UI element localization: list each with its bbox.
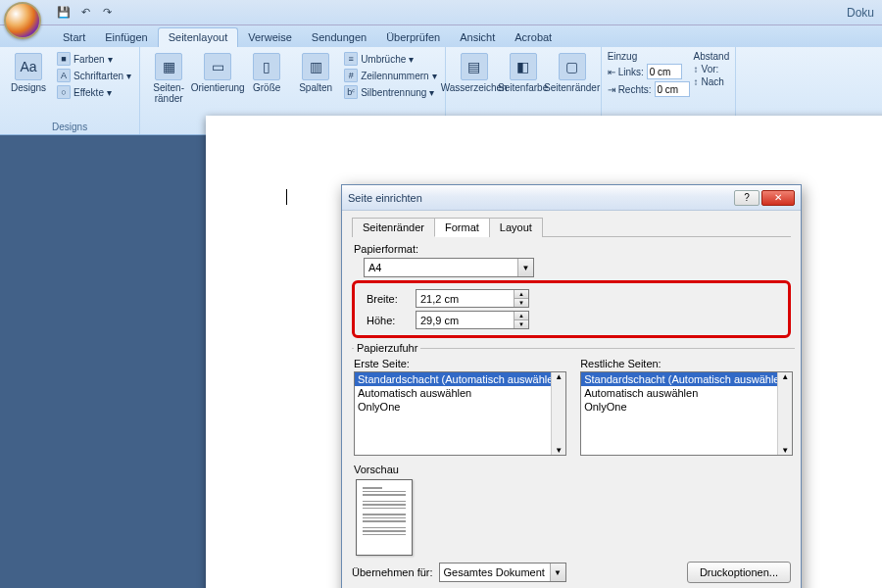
print-options-button[interactable]: Druckoptionen...: [687, 562, 791, 583]
scrollbar[interactable]: ▲▼: [777, 372, 792, 455]
margins-label: Seiten- ränder: [148, 82, 189, 104]
width-label: Breite:: [367, 293, 410, 305]
first-page-list[interactable]: Standardschacht (Automatisch auswählen) …: [354, 371, 566, 456]
paper-format-combo[interactable]: A4 ▼: [364, 258, 534, 277]
line-numbers-label: Zeilennummern: [361, 71, 428, 81]
window-title: Doku: [847, 6, 874, 20]
page-setup-dialog: Seite einrichten ? ✕ Seitenränder Format…: [341, 184, 802, 588]
colors-icon: ■: [57, 52, 71, 66]
dialog-tab-margins[interactable]: Seitenränder: [352, 218, 435, 237]
quick-access-toolbar: 💾 ↶ ↷: [55, 4, 116, 22]
columns-label: Spalten: [299, 82, 332, 93]
breaks-button[interactable]: ≡Umbrüche ▾: [342, 51, 438, 67]
other-pages-label: Restliche Seiten:: [580, 358, 793, 369]
list-item[interactable]: Standardschacht (Automatisch auswählen): [581, 372, 792, 386]
schriftarten-button[interactable]: ASchriftarten ▾: [55, 68, 133, 83]
orientation-button[interactable]: ▭Orientierung: [195, 51, 240, 95]
tab-seitenlayout[interactable]: Seitenlayout: [158, 27, 239, 47]
save-icon[interactable]: 💾: [55, 4, 73, 22]
tab-ansicht[interactable]: Ansicht: [450, 28, 505, 47]
indent-left-icon: ⇤: [608, 67, 615, 77]
effekte-label: Effekte: [74, 87, 104, 98]
hyphenation-icon: bᶜ: [344, 85, 358, 99]
dialog-close-button[interactable]: ✕: [761, 190, 795, 206]
farben-button[interactable]: ■Farben ▾: [55, 51, 133, 67]
tab-verweise[interactable]: Verweise: [238, 28, 302, 47]
list-item[interactable]: OnlyOne: [355, 400, 565, 414]
spacing-before-label: Vor:: [702, 64, 719, 74]
redo-icon[interactable]: ↷: [98, 4, 116, 22]
indent-right-icon: ⇥: [608, 84, 615, 95]
orientation-label: Orientierung: [191, 82, 245, 93]
paper-format-value: A4: [368, 262, 381, 273]
ribbon-tabs: Start Einfügen Seitenlayout Verweise Sen…: [0, 25, 882, 47]
tab-acrobat[interactable]: Acrobat: [505, 28, 562, 47]
undo-icon[interactable]: ↶: [76, 4, 94, 22]
line-numbers-button[interactable]: #Zeilennummern ▾: [342, 68, 438, 83]
page-color-label: Seitenfarbe: [498, 82, 548, 93]
columns-icon: ▥: [302, 53, 329, 80]
width-spinner[interactable]: 21,2 cm ▲▼: [416, 289, 529, 308]
page-borders-icon: ▢: [559, 53, 586, 80]
page-color-icon: ◧: [510, 53, 537, 80]
height-value: 29,9 cm: [420, 315, 459, 326]
page-borders-button[interactable]: ▢Seitenränder: [550, 51, 595, 95]
spin-down-icon[interactable]: ▼: [514, 299, 528, 307]
spin-down-icon[interactable]: ▼: [514, 320, 528, 328]
dialog-tab-layout[interactable]: Layout: [489, 218, 543, 237]
watermark-icon: ▤: [461, 53, 488, 80]
indent-left-input[interactable]: [647, 64, 682, 79]
height-spinner[interactable]: 29,9 cm ▲▼: [416, 311, 529, 329]
hyphenation-label: Silbentrennung: [361, 87, 426, 98]
list-item[interactable]: Standardschacht (Automatisch auswählen): [355, 372, 565, 386]
apply-to-label: Übernehmen für:: [352, 566, 433, 578]
dialog-tab-format[interactable]: Format: [434, 218, 490, 237]
scrollbar[interactable]: ▲▼: [551, 372, 565, 455]
other-pages-list[interactable]: Standardschacht (Automatisch auswählen) …: [580, 371, 793, 456]
dialog-title: Seite einrichten: [348, 192, 422, 204]
tab-ueberpruefen[interactable]: Überprüfen: [376, 28, 450, 47]
title-bar: 💾 ↶ ↷ Doku: [0, 0, 882, 25]
indent-right-input[interactable]: [655, 81, 690, 97]
tab-einfuegen[interactable]: Einfügen: [95, 28, 157, 47]
width-value: 21,2 cm: [420, 293, 459, 305]
indent-header: Einzug: [608, 51, 690, 62]
page-borders-label: Seitenränder: [544, 82, 600, 93]
tab-sendungen[interactable]: Sendungen: [302, 28, 376, 47]
indent-left-label: Links:: [618, 67, 644, 77]
size-button[interactable]: ▯Größe: [244, 51, 289, 95]
tab-start[interactable]: Start: [53, 28, 95, 47]
height-label: Höhe:: [367, 315, 410, 326]
hyphenation-button[interactable]: bᶜSilbentrennung ▾: [342, 84, 438, 100]
designs-icon: Aa: [15, 53, 42, 80]
list-item[interactable]: Automatisch auswählen: [581, 386, 792, 400]
margins-button[interactable]: ▦Seiten- ränder: [146, 51, 191, 106]
chevron-down-icon: ▼: [517, 259, 533, 276]
text-cursor: [286, 189, 287, 205]
columns-button[interactable]: ▥Spalten: [293, 51, 338, 95]
list-item[interactable]: Automatisch auswählen: [355, 386, 565, 400]
designs-button[interactable]: Aa Designs: [6, 51, 51, 95]
spin-up-icon[interactable]: ▲: [514, 312, 528, 320]
size-label: Größe: [253, 82, 280, 93]
spacing-before-icon: ↕: [694, 64, 699, 74]
list-item[interactable]: OnlyOne: [581, 400, 792, 414]
dialog-title-bar[interactable]: Seite einrichten ? ✕: [342, 185, 801, 211]
line-numbers-icon: #: [344, 69, 358, 82]
paper-feed-legend: Papierzufuhr: [354, 342, 420, 354]
office-button[interactable]: [4, 2, 41, 39]
apply-to-combo[interactable]: Gesamtes Dokument ▼: [439, 563, 566, 582]
first-page-label: Erste Seite:: [354, 358, 566, 369]
schriftarten-label: Schriftarten: [74, 71, 123, 81]
spin-up-icon[interactable]: ▲: [514, 290, 528, 299]
effekte-button[interactable]: ○Effekte ▾: [55, 84, 133, 100]
chevron-down-icon: ▼: [550, 564, 565, 581]
watermark-button[interactable]: ▤Wasserzeichen: [452, 51, 497, 95]
dialog-help-button[interactable]: ?: [734, 190, 760, 206]
designs-label: Designs: [11, 82, 46, 93]
orientation-icon: ▭: [204, 53, 231, 80]
spacing-after-icon: ↕: [694, 76, 699, 87]
page-color-button[interactable]: ◧Seitenfarbe: [501, 51, 546, 95]
spacing-after-label: Nach: [702, 76, 724, 87]
apply-to-value: Gesamtes Dokument: [444, 566, 545, 578]
